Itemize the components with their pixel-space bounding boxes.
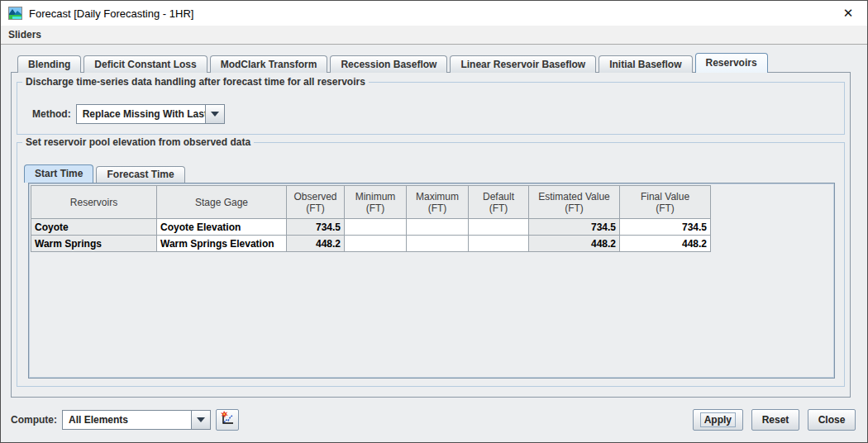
cell-final-value[interactable]: 734.5 (620, 219, 711, 236)
pool-elevation-group-title: Set reservoir pool elevation from observ… (22, 136, 254, 148)
tab-modclark-transform[interactable]: ModClark Transform (210, 55, 328, 73)
cell-observed: 734.5 (287, 219, 345, 236)
time-tabstrip: Start Time Forecast Time (24, 164, 185, 183)
compute-burst-icon (220, 411, 235, 429)
compute-button[interactable] (216, 409, 239, 431)
col-header-final-value: Final Value(FT) (620, 186, 711, 219)
tab-linear-reservoir-baseflow[interactable]: Linear Reservoir Baseflow (450, 55, 596, 73)
tab-reservoirs[interactable]: Reservoirs (695, 53, 768, 73)
cell-stage-gage: Coyote Elevation (157, 219, 287, 236)
col-header-reservoirs: Reservoirs (31, 186, 157, 219)
tab-initial-baseflow[interactable]: Initial Baseflow (599, 55, 692, 73)
tab-blending[interactable]: Blending (17, 55, 81, 73)
reservoir-elevation-table: Reservoirs Stage Gage Observed(FT) Minim… (31, 185, 711, 252)
reservoirs-tab-panel: Discharge time-series data handling afte… (11, 72, 851, 398)
col-header-maximum: Maximum(FT) (407, 186, 469, 219)
dialog-buttons: Apply Reset Close (693, 409, 856, 431)
cell-estimated-value: 448.2 (529, 236, 620, 252)
cell-maximum[interactable] (407, 219, 469, 236)
discharge-handling-group: Discharge time-series data handling afte… (17, 82, 845, 135)
col-header-estimated-value: Estimated Value(FT) (529, 186, 620, 219)
table-row: Warm Springs Warm Springs Elevation 448.… (31, 236, 711, 252)
apply-button-label: Apply (700, 412, 736, 427)
window-title: Forecast [Daily Forecasting - 1HR] (29, 7, 193, 20)
table-row: Coyote Coyote Elevation 734.5 734.5 734.… (31, 219, 711, 236)
compute-combobox[interactable]: All Elements (62, 410, 211, 430)
col-header-minimum: Minimum(FT) (345, 186, 407, 219)
pool-elevation-group: Set reservoir pool elevation from observ… (17, 142, 845, 387)
method-combobox-arrow[interactable] (205, 105, 224, 123)
cell-maximum[interactable] (407, 236, 469, 252)
title-bar: Forecast [Daily Forecasting - 1HR] ✕ (1, 1, 867, 26)
menu-sliders[interactable]: Sliders (1, 29, 49, 40)
col-header-stage-gage: Stage Gage (157, 186, 287, 219)
col-header-observed: Observed(FT) (287, 186, 345, 219)
reservoir-table-scrollpane: Reservoirs Stage Gage Observed(FT) Minim… (28, 183, 835, 379)
reset-button[interactable]: Reset (751, 409, 799, 431)
tab-recession-baseflow[interactable]: Recession Baseflow (330, 55, 447, 73)
method-combobox[interactable]: Replace Missing With Last (76, 104, 225, 124)
compute-combobox-value: All Elements (63, 411, 191, 429)
cell-reservoir: Warm Springs (31, 236, 157, 252)
compute-combobox-arrow[interactable] (191, 411, 210, 429)
tab-forecast-time[interactable]: Forecast Time (96, 166, 184, 183)
menu-bar: Sliders (1, 26, 867, 45)
cell-minimum[interactable] (345, 236, 407, 252)
footer-bar: Compute: All Elements Apply Reset Close (1, 407, 867, 433)
chevron-down-icon (197, 417, 205, 422)
col-header-default: Default(FT) (469, 186, 529, 219)
cell-observed: 448.2 (287, 236, 345, 252)
table-header-row: Reservoirs Stage Gage Observed(FT) Minim… (31, 186, 711, 219)
close-button[interactable]: Close (808, 409, 856, 431)
cell-estimated-value: 734.5 (529, 219, 620, 236)
apply-button[interactable]: Apply (693, 409, 743, 431)
discharge-handling-group-title: Discharge time-series data handling afte… (22, 76, 369, 88)
cell-minimum[interactable] (345, 219, 407, 236)
cell-reservoir: Coyote (31, 219, 157, 236)
window-close-icon[interactable]: ✕ (829, 1, 867, 26)
method-label: Method: (32, 108, 71, 120)
method-combobox-value: Replace Missing With Last (77, 105, 205, 123)
tab-deficit-constant-loss[interactable]: Deficit Constant Loss (83, 55, 207, 73)
chevron-down-icon (211, 112, 219, 117)
forecast-app-icon (8, 7, 22, 20)
compute-label: Compute: (11, 414, 57, 426)
cell-final-value[interactable]: 448.2 (620, 236, 711, 252)
tab-start-time[interactable]: Start Time (24, 164, 93, 183)
cell-default[interactable] (469, 236, 529, 252)
cell-default[interactable] (469, 219, 529, 236)
cell-stage-gage: Warm Springs Elevation (157, 236, 287, 252)
parameter-tabstrip: Blending Deficit Constant Loss ModClark … (11, 53, 768, 73)
